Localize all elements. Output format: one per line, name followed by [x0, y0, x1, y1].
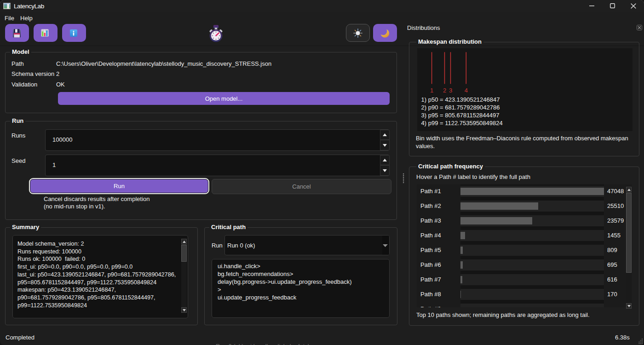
svg-text:1: 1: [430, 87, 433, 94]
svg-text:1) p50 = 423.1390521246847: 1) p50 = 423.1390521246847: [421, 96, 500, 103]
svg-text:4: 4: [465, 87, 468, 94]
svg-text:2: 2: [443, 87, 446, 94]
svg-text:3: 3: [449, 87, 452, 94]
svg-text:2) p90 = 681.7579289042786: 2) p90 = 681.7579289042786: [421, 104, 500, 111]
svg-text:4) p99 = 1122.7535950849824: 4) p99 = 1122.7535950849824: [421, 120, 503, 126]
svg-text:3) p95 = 805.6781152844497: 3) p95 = 805.6781152844497: [421, 112, 500, 119]
